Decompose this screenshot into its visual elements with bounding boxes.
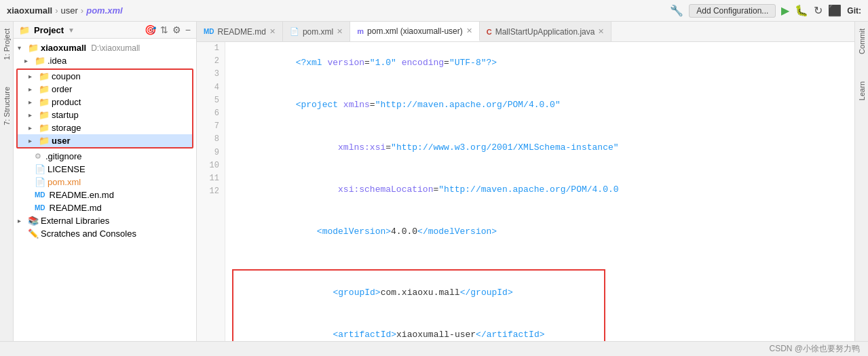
tree-item-startup[interactable]: ▸ 📁 startup [18,108,192,121]
tree-label: product [52,97,81,107]
tab-close-pom-root[interactable]: ✕ [337,27,343,36]
tree-item-gitignore[interactable]: ⚙ .gitignore [14,150,196,163]
code-line-6 [232,254,848,268]
gitignore-icon: ⚙ [35,152,41,161]
project-panel-label[interactable]: 1: Project [3,28,11,60]
code-line-1: <?xml version="1.0" encoding="UTF-8"?> [232,42,848,84]
tab-close-pom-user[interactable]: ✕ [466,26,472,35]
code-line-2: <project xmlns="http://maven.apache.org/… [232,84,848,126]
panel-header: 📁 Project ▼ 🎯 ⇅ ⚙ − [14,22,196,39]
tree-item-readme[interactable]: MD README.md [14,201,196,214]
toolbar-right: 🔧 Add Configuration... ▶ 🐛 ↻ ⬛ Git: [670,4,861,18]
tab-icon-pom-user: m [357,27,364,35]
project-tree: ▾ 📁 xiaoxumall D:\xiaoxumall ▸ 📁 .idea ▸… [14,39,196,341]
folder-icon: 📁 [39,84,50,94]
tree-item-order[interactable]: ▸ 📁 order [18,83,192,96]
folder-icon: 📁 [39,136,50,146]
tab-icon-mallstart: C [487,28,492,36]
scratches-icon: ✏️ [28,229,39,239]
license-icon: 📄 [35,164,45,174]
arrow-icon: ▸ [29,137,37,144]
folder-icon: 📁 [28,43,39,53]
structure-panel-label[interactable]: 7: Structure [3,87,11,125]
tree-label: startup [52,110,79,120]
tree-label: pom.xml [48,177,81,187]
tab-icon-readme: MD [204,28,214,35]
project-panel: 📁 Project ▼ 🎯 ⇅ ⚙ − ▾ 📁 xiaoxumall D:\xi… [14,22,197,341]
learn-label[interactable]: Learn [858,81,866,100]
left-sidebar-labels: 1: Project 7: Structure [0,22,14,341]
tab-close-readme[interactable]: ✕ [269,27,276,36]
folder-icon: 📁 [39,123,50,133]
play-icon[interactable]: ▶ [781,4,789,17]
tree-label: xiaoxumall [41,43,86,53]
tree-item-product[interactable]: ▸ 📁 product [18,96,192,108]
user-crumb[interactable]: user [61,5,78,16]
editor-area: MD README.md ✕ 📄 pom.xml ✕ m pom.xml (xi… [197,22,854,341]
editor-content[interactable]: 1 2 3 4 5 6 7 8 9 10 11 12 <?xml versi [197,42,854,341]
tree-label: External Libraries [41,216,109,226]
main-area: 1: Project 7: Structure 📁 Project ▼ 🎯 ⇅ … [0,22,868,341]
arrow-icon: ▸ [24,57,33,64]
right-sidebar-labels: Commit Learn [854,22,868,341]
settings-icon[interactable]: ⚙ [172,24,181,35]
tree-label: README.en.md [50,190,114,200]
tree-item-xiaoxumall[interactable]: ▾ 📁 xiaoxumall D:\xiaoxumall [14,41,196,54]
code-line-4: xsi:schemaLocation="http://maven.apache.… [232,169,848,211]
tree-item-readme-en[interactable]: MD README.en.md [14,189,196,201]
reload-icon[interactable]: ↻ [814,4,823,17]
commit-label[interactable]: Commit [858,28,866,54]
stop-icon[interactable]: ⬛ [828,4,842,17]
external-libs-icon: 📚 [28,216,39,226]
tree-label: .gitignore [45,151,81,161]
arrow-icon: ▸ [29,73,37,80]
editor-lines: 1 2 3 4 5 6 7 8 9 10 11 12 <?xml versi [197,42,854,341]
add-config-button[interactable]: Add Configuration... [689,4,776,18]
tree-item-coupon[interactable]: ▸ 📁 coupon [18,70,192,83]
tree-item-scratches[interactable]: ✏️ Scratches and Consoles [14,227,196,240]
tab-mallstart[interactable]: C MallStartUpApplication.java ✕ [480,22,612,41]
red-border-modules: ▸ 📁 coupon ▸ 📁 order ▸ 📁 product ▸ 📁 [16,68,193,149]
code-line-7: <groupId>com.xiaoxu.mall</groupId> [238,272,600,314]
project-name: xiaoxumall [7,5,52,16]
debug-icon[interactable]: 🐛 [795,4,808,17]
folder-icon: 📁 [39,71,50,81]
arrow-icon: ▸ [29,85,37,93]
tree-item-license[interactable]: 📄 LICENSE [14,163,196,176]
tab-close-mallstart[interactable]: ✕ [598,27,604,36]
tree-label: .idea [48,56,67,66]
minimize-icon[interactable]: − [185,24,191,35]
tree-item-pom[interactable]: 📄 pom.xml [14,176,196,189]
locate-icon[interactable]: 🎯 [145,24,156,35]
readme-icon: MD [35,204,45,212]
expand-icon[interactable]: ⇅ [160,24,168,35]
tab-readme[interactable]: MD README.md ✕ [197,22,283,41]
watermark: CSDN @小徐也要努力鸭 [769,343,860,355]
line-numbers: 1 2 3 4 5 6 7 8 9 10 11 12 [197,42,225,341]
tree-item-storage[interactable]: ▸ 📁 storage [18,121,192,134]
arrow-icon: ▸ [29,98,37,106]
tree-label: Scratches and Consoles [41,229,136,239]
tab-label-mallstart: MallStartUpApplication.java [495,27,595,37]
tab-label-pom-root: pom.xml [303,27,333,37]
tree-label: user [52,136,70,146]
tree-label: storage [52,123,81,133]
tree-path: D:\xiaoxumall [91,43,140,53]
tree-item-external-libs[interactable]: ▸ 📚 External Libraries [14,214,196,227]
tab-icon-pom-root: 📄 [290,27,299,36]
code-line-8: <artifactId>xiaoxumall-user</artifactId> [238,314,600,341]
tree-item-idea[interactable]: ▸ 📁 .idea [14,54,196,67]
folder-icon: 📁 [39,110,50,120]
folder-icon: 📁 [39,97,50,107]
dropdown-arrow[interactable]: ▼ [68,26,75,34]
arrow-icon: ▸ [18,217,26,224]
tab-pom-root[interactable]: 📄 pom.xml ✕ [283,22,350,41]
tab-pom-user[interactable]: m pom.xml (xiaoxumall-user) ✕ [350,22,479,41]
folder-icon: 📁 [35,56,45,66]
arrow-icon: ▸ [29,111,37,119]
file-crumb[interactable]: pom.xml [86,5,122,16]
readme-icon: MD [35,191,45,199]
tree-label: order [52,84,72,94]
code-content: <?xml version="1.0" encoding="UTF-8"?> <… [225,42,854,341]
tree-item-user[interactable]: ▸ 📁 user [18,134,192,147]
